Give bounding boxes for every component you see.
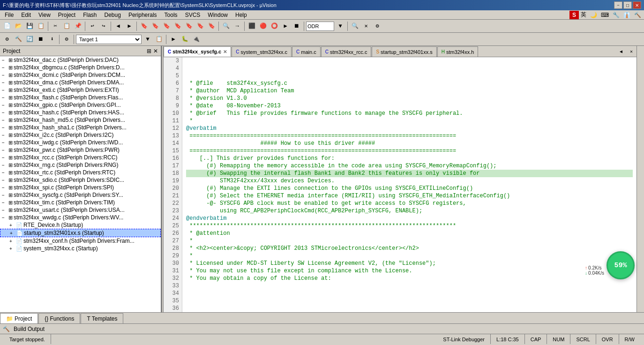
minimize-button[interactable]: － bbox=[614, 1, 622, 9]
run-debug-button[interactable]: ▶ bbox=[168, 34, 179, 45]
menu-file[interactable]: File bbox=[1, 11, 17, 19]
tree-item[interactable]: −⊞stm32f4xx_hash_md5.c (StdPeriph Driver… bbox=[0, 116, 161, 124]
options-button[interactable]: ⚙ bbox=[372, 21, 382, 31]
tree-item[interactable]: −⊞stm32f4xx_hash.c (StdPeriph Drivers:HA… bbox=[0, 109, 161, 116]
project-close-icon[interactable]: ✕ bbox=[153, 48, 158, 54]
tree-item[interactable]: −⊞stm32f4xx_dac.c (StdPeriph Drivers:DAC… bbox=[0, 56, 161, 64]
tree-item[interactable]: +📄stm32f4xx_conf.h (StdPeriph Drivers:Fr… bbox=[0, 237, 161, 245]
expand-icon[interactable]: − bbox=[2, 193, 8, 198]
maximize-button[interactable]: □ bbox=[623, 1, 632, 9]
expand-icon[interactable]: + bbox=[9, 239, 16, 244]
code-scroll-area[interactable]: 3456789101112131415161718192021222324252… bbox=[164, 57, 637, 312]
build-button[interactable]: 🔨 bbox=[13, 34, 23, 45]
tree-item[interactable]: −⊞stm32f4xx_sdio.c (StdPeriph Drivers:SD… bbox=[0, 176, 161, 184]
menu-project[interactable]: Project bbox=[54, 11, 79, 19]
nav-back-button[interactable]: ◀ bbox=[113, 21, 123, 31]
project-resize-icon[interactable]: ⊞ bbox=[147, 48, 151, 54]
tree-item[interactable]: −⊞stm32f4xx_usart.c (StdPeriph Drivers:U… bbox=[0, 206, 161, 214]
nav-fwd-button[interactable]: ▶ bbox=[124, 21, 135, 31]
expand-icon[interactable]: − bbox=[2, 155, 8, 160]
bookmark3[interactable]: 🔖 bbox=[161, 21, 172, 31]
tree-item[interactable]: −⊞stm32f4xx_dcmi.c (StdPeriph Drivers:DC… bbox=[0, 71, 161, 79]
tree-item[interactable]: +📄startup_stm32f401xx.s (Startup) bbox=[0, 229, 161, 237]
tree-item[interactable]: −⊞stm32f4xx_i2c.c (StdPeriph Drivers:I2C… bbox=[0, 131, 161, 139]
search-input[interactable] bbox=[306, 22, 334, 31]
target-expand-button[interactable]: ▼ bbox=[142, 34, 153, 45]
debug-start-button[interactable]: 🐛 bbox=[180, 34, 190, 45]
close-button[interactable]: ✕ bbox=[633, 1, 641, 9]
tree-item[interactable]: −⊞stm32f4xx_tim.c (StdPeriph Drivers:TIM… bbox=[0, 199, 161, 206]
tab-close-syscfg[interactable]: ✕ bbox=[223, 49, 227, 54]
expand-icon[interactable]: − bbox=[2, 185, 8, 190]
target-options-button[interactable]: ⚙ bbox=[61, 34, 72, 45]
copy-button[interactable]: 📋 bbox=[61, 21, 72, 31]
save-all-button[interactable]: 📋 bbox=[36, 21, 46, 31]
menu-debug[interactable]: Debug bbox=[101, 11, 125, 19]
tree-item[interactable]: −⊞stm32f4xx_rcc.c (StdPeriph Drivers:RCC… bbox=[0, 154, 161, 161]
menu-flash[interactable]: Flash bbox=[79, 11, 100, 19]
tree-item[interactable]: −⊞stm32f4xx_iwdg.c (StdPeriph Drivers:IW… bbox=[0, 139, 161, 146]
tab-startup[interactable]: S startup_stm32f401xx.s bbox=[372, 46, 436, 57]
expand-icon[interactable]: − bbox=[2, 140, 8, 145]
bottom-tab-templates[interactable]: T Templates bbox=[81, 313, 123, 323]
menu-edit[interactable]: Edit bbox=[17, 11, 35, 19]
bookmark4[interactable]: 🔖 bbox=[172, 21, 183, 31]
debug-btn3[interactable]: ⭕ bbox=[269, 21, 279, 31]
bottom-tab-functions[interactable]: {} Functions bbox=[38, 313, 80, 323]
expand-icon[interactable]: − bbox=[2, 178, 8, 183]
debug-connect-button[interactable]: 🔌 bbox=[191, 34, 201, 45]
expand-icon[interactable]: − bbox=[2, 170, 8, 175]
target-select[interactable]: Target 1 bbox=[76, 35, 142, 44]
expand-icon[interactable]: − bbox=[2, 215, 8, 220]
expand-icon[interactable]: + bbox=[9, 246, 16, 251]
expand-icon[interactable]: − bbox=[2, 133, 8, 138]
tab-system[interactable]: C system_stm32f4xx.c bbox=[232, 46, 292, 57]
tree-item[interactable]: −⊞stm32f4xx_rtc.c (StdPeriph Drivers:RTC… bbox=[0, 169, 161, 176]
debug-btn2[interactable]: 🔴 bbox=[258, 21, 268, 31]
tree-item[interactable]: −⊞stm32f4xx_spi.c (StdPeriph Drivers:SPI… bbox=[0, 184, 161, 191]
download-button[interactable]: ⬇ bbox=[47, 34, 57, 45]
paste-button[interactable]: 📌 bbox=[73, 21, 83, 31]
tree-item[interactable]: −⊞stm32f4xx_gpio.c (StdPeriph Drivers:GP… bbox=[0, 101, 161, 109]
redo-button[interactable]: ↪ bbox=[98, 21, 109, 31]
tree-item[interactable]: −⊞stm32f4xx_flash.c (StdPeriph Drivers:F… bbox=[0, 94, 161, 101]
debug-btn1[interactable]: ⬛ bbox=[247, 21, 257, 31]
tab-header[interactable]: H stm32f4xx.h bbox=[437, 46, 479, 57]
menu-tools[interactable]: Tools bbox=[161, 11, 181, 19]
undo-button[interactable]: ↩ bbox=[87, 21, 97, 31]
search-go-button[interactable]: ▼ bbox=[335, 21, 345, 31]
tab-scroll-left[interactable]: ◀ bbox=[616, 46, 626, 57]
cut-button[interactable]: ✂ bbox=[50, 21, 60, 31]
tree-item[interactable]: +📄system_stm32f4xx.c (Startup) bbox=[0, 245, 161, 252]
clear-button[interactable]: ✕ bbox=[361, 21, 371, 31]
tab-main[interactable]: C main.c bbox=[292, 46, 321, 57]
tree-item[interactable]: −⊞stm32f4xx_wwdg.c (StdPeriph Drivers:WV… bbox=[0, 214, 161, 221]
expand-icon[interactable]: − bbox=[2, 103, 8, 108]
expand-icon[interactable]: − bbox=[2, 110, 8, 115]
tab-scroll-right[interactable]: ✕ bbox=[626, 46, 637, 57]
new-button[interactable]: 📄 bbox=[2, 21, 12, 31]
bookmark6[interactable]: 🔖 bbox=[195, 21, 205, 31]
rebuild-button[interactable]: 🔄 bbox=[24, 34, 35, 45]
find-next-button[interactable]: 🔍 bbox=[350, 21, 360, 31]
tab-syscfg[interactable]: C stm32f4xx_syscfg.c ✕ bbox=[164, 46, 231, 57]
menu-window[interactable]: Window bbox=[204, 11, 232, 19]
expand-icon[interactable]: − bbox=[2, 80, 8, 85]
stop-build-button[interactable]: ⏹ bbox=[36, 34, 46, 45]
expand-icon[interactable]: − bbox=[2, 73, 8, 78]
expand-icon[interactable]: − bbox=[2, 95, 8, 100]
compile-button[interactable]: ⚙ bbox=[2, 34, 12, 45]
tree-item[interactable]: −⊞stm32f4xx_pwr.c (StdPeriph Drivers:PWR… bbox=[0, 146, 161, 154]
find-button[interactable]: 🔍 bbox=[221, 21, 231, 31]
menu-view[interactable]: View bbox=[35, 11, 54, 19]
tree-item[interactable]: −⊞stm32f4xx_rng.c (StdPeriph Drivers:RNG… bbox=[0, 161, 161, 169]
expand-icon[interactable]: + bbox=[9, 223, 16, 228]
tree-item[interactable]: −⊞stm32f4xx_dbgmcu.c (StdPeriph Drivers:… bbox=[0, 64, 161, 71]
bookmark5[interactable]: 🔖 bbox=[184, 21, 194, 31]
goto-button[interactable]: → bbox=[232, 21, 242, 31]
bookmark1[interactable]: 🔖 bbox=[139, 21, 149, 31]
open-button[interactable]: 📂 bbox=[13, 21, 23, 31]
menu-help[interactable]: Help bbox=[232, 11, 251, 19]
debug-btn4[interactable]: ▶ bbox=[280, 21, 291, 31]
tree-item[interactable]: +📄RTE_Device.h (Startup) bbox=[0, 221, 161, 229]
